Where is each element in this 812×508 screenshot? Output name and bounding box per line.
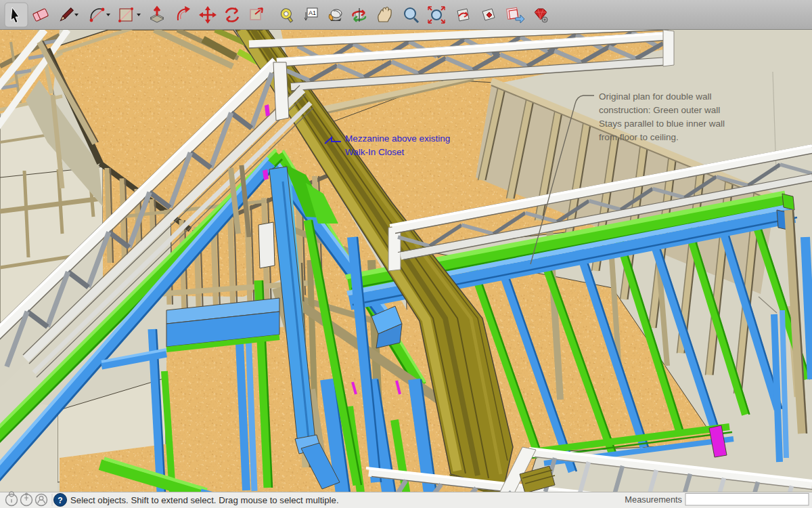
svg-text:?: ? (58, 496, 62, 505)
svg-text:Mezzanine above existing: Mezzanine above existing (345, 133, 450, 144)
svg-text:Walk-In Closet: Walk-In Closet (345, 147, 405, 157)
svg-text:from floor to ceiling.: from floor to ceiling. (599, 132, 679, 142)
svg-text:Original plan for double wall: Original plan for double wall (599, 91, 712, 102)
svg-text:Measurements: Measurements (625, 494, 682, 505)
svg-text:Stays parallel to blue inner w: Stays parallel to blue inner wall (599, 119, 725, 129)
svg-text:A1: A1 (309, 9, 316, 16)
svg-text:construction: Green outer wall: construction: Green outer wall (599, 105, 720, 115)
svg-text:Select objects. Shift to exten: Select objects. Shift to extend select. … (70, 495, 339, 505)
